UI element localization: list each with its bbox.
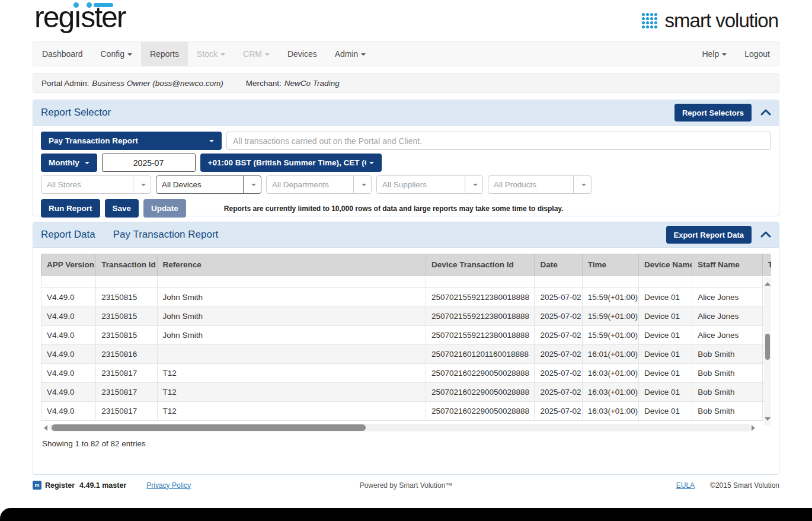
footer: m Register 4.49.1 master Privacy Policy …: [33, 481, 779, 490]
table-cell: John Smith: [157, 307, 426, 326]
table-cell: Bob Smith: [692, 402, 762, 421]
column-header[interactable]: APP Version: [41, 254, 96, 276]
filter-cell[interactable]: [157, 276, 426, 288]
caret-down-icon: [573, 176, 591, 193]
save-button[interactable]: Save: [105, 199, 139, 218]
filter-cell[interactable]: [638, 276, 692, 288]
table-cell: Bob Smith: [692, 383, 762, 402]
nav-item-logout[interactable]: Logout: [736, 42, 779, 66]
table-cell: Device 01: [638, 383, 692, 402]
column-header[interactable]: Staff Name: [692, 254, 762, 276]
merchant-info: Merchant: NewCo Trading: [246, 79, 340, 88]
table-row[interactable]: V4.49.023150817T122507021602290050028888…: [41, 364, 772, 383]
horizontal-scrollbar[interactable]: [41, 424, 758, 431]
suppliers-filter-select[interactable]: All Suppliers: [376, 175, 483, 194]
filter-cell[interactable]: [582, 276, 638, 288]
horizontal-scroll-track[interactable]: [49, 424, 752, 431]
table-cell: 2507021602290050028888: [426, 364, 535, 383]
column-header[interactable]: Device Name: [638, 254, 692, 276]
table-cell: 2507021559212380018888: [426, 326, 535, 345]
report-data-header: Report Data Pay Transaction Report Expor…: [33, 222, 779, 248]
panel-title: Report Selector: [41, 107, 111, 119]
vertical-scrollbar[interactable]: [764, 277, 771, 425]
table-row[interactable]: V4.49.023150815John Smith250702155921238…: [41, 307, 772, 326]
departments-filter-select[interactable]: All Departments: [266, 175, 372, 194]
period-dropdown[interactable]: Monthly: [41, 154, 97, 172]
context-bar: Portal Admin: Business Owner (boss@newco…: [33, 73, 779, 93]
privacy-policy-link[interactable]: Privacy Policy: [146, 481, 191, 490]
nav-item-dashboard[interactable]: Dashboard: [33, 42, 92, 66]
run-report-button[interactable]: Run Report: [41, 199, 100, 218]
register-favicon: m: [33, 481, 41, 490]
table-row[interactable]: V4.49.0231508162507021601201160018888202…: [41, 345, 772, 364]
timezone-dropdown[interactable]: +01:00 BST (British Summer Time), CET (C…: [200, 154, 382, 172]
smart-volution-logo: smart volution: [642, 9, 778, 32]
nav-item-config[interactable]: Config: [92, 42, 141, 66]
table-cell: T12: [157, 402, 426, 421]
table-cell: 2507021602290050028888: [426, 402, 535, 421]
filter-cell[interactable]: [426, 276, 535, 288]
column-header[interactable]: Device Transaction Id: [426, 254, 535, 276]
scroll-left-icon[interactable]: [41, 425, 47, 431]
eula-link[interactable]: EULA: [676, 481, 695, 490]
column-header[interactable]: Date: [535, 254, 582, 276]
scroll-right-icon[interactable]: [752, 425, 758, 431]
horizontal-scroll-thumb[interactable]: [52, 424, 366, 431]
table-row[interactable]: V4.49.023150817T122507021602290050028888…: [41, 383, 772, 402]
scroll-up-icon[interactable]: [765, 279, 771, 286]
column-header[interactable]: Reference: [157, 254, 426, 276]
table-cell: 23150817: [96, 383, 157, 402]
stores-filter-select[interactable]: All Stores: [41, 175, 151, 194]
export-report-data-button[interactable]: Export Report Data: [666, 226, 752, 244]
table-row[interactable]: V4.49.023150815John Smith250702155921238…: [41, 326, 772, 345]
filter-cell[interactable]: [41, 276, 96, 288]
report-selectors-button[interactable]: Report Selectors: [674, 104, 752, 122]
update-button[interactable]: Update: [143, 199, 186, 218]
report-table-area: APP VersionTransaction IdReferenceDevice…: [41, 254, 771, 421]
caret-down-icon: [243, 176, 261, 193]
collapse-panel-icon[interactable]: [760, 231, 771, 239]
column-header[interactable]: Transaction Id: [96, 254, 157, 276]
table-cell: 23150815: [96, 326, 157, 345]
caret-down-icon: [127, 53, 132, 58]
nav-item-devices[interactable]: Devices: [279, 42, 326, 66]
products-filter-select[interactable]: All Products: [488, 175, 592, 194]
column-header[interactable]: Time: [582, 254, 638, 276]
table-cell: 23150815: [96, 288, 157, 307]
devices-filter-select[interactable]: All Devices: [156, 175, 261, 194]
table-cell: 2025-07-02: [535, 402, 582, 421]
caret-down-icon: [209, 140, 214, 145]
column-header[interactable]: Tra: [762, 254, 771, 276]
period-value-input[interactable]: [102, 154, 196, 172]
table-filter-row: [41, 276, 772, 288]
table-cell: 2025-07-02: [535, 383, 582, 402]
nav-item-help[interactable]: Help: [693, 42, 736, 66]
collapse-panel-icon[interactable]: [760, 108, 771, 117]
filter-cell[interactable]: [535, 276, 582, 288]
table-row[interactable]: V4.49.023150815John Smith250702155921238…: [41, 288, 772, 307]
caret-down-icon: [85, 162, 89, 167]
table-cell: 15:59(+01:00): [582, 288, 638, 307]
table-cell: Bob Smith: [692, 345, 762, 364]
filter-cell[interactable]: [692, 276, 762, 288]
filter-cell[interactable]: [96, 276, 157, 288]
table-cell: 16:03(+01:00): [582, 364, 638, 383]
nav-item-stock[interactable]: Stock: [188, 42, 234, 66]
row-limit-note: Reports are currently limited to 10,000 …: [224, 204, 564, 213]
nav-item-reports[interactable]: Reports: [141, 42, 188, 66]
scroll-down-icon[interactable]: [765, 417, 771, 424]
table-cell: Bob Smith: [692, 364, 762, 383]
table-row[interactable]: V4.49.023150817T122507021602290050028888…: [41, 402, 772, 421]
caret-down-icon: [220, 53, 225, 58]
portal-admin-info: Portal Admin: Business Owner (boss@newco…: [41, 79, 223, 88]
register-logo-text: reg: [34, 1, 73, 34]
caret-down-icon: [265, 53, 270, 58]
nav-item-admin[interactable]: Admin: [326, 42, 375, 66]
table-cell: 2507021559212380018888: [426, 288, 535, 307]
report-description-input[interactable]: [226, 132, 771, 150]
register-logo: regıster: [34, 0, 126, 34]
nav-item-crm[interactable]: CRM: [234, 42, 279, 66]
table-cell: 2507021601201160018888: [426, 345, 535, 364]
vertical-scroll-thumb[interactable]: [765, 334, 770, 360]
report-type-dropdown[interactable]: Pay Transaction Report: [41, 132, 222, 150]
